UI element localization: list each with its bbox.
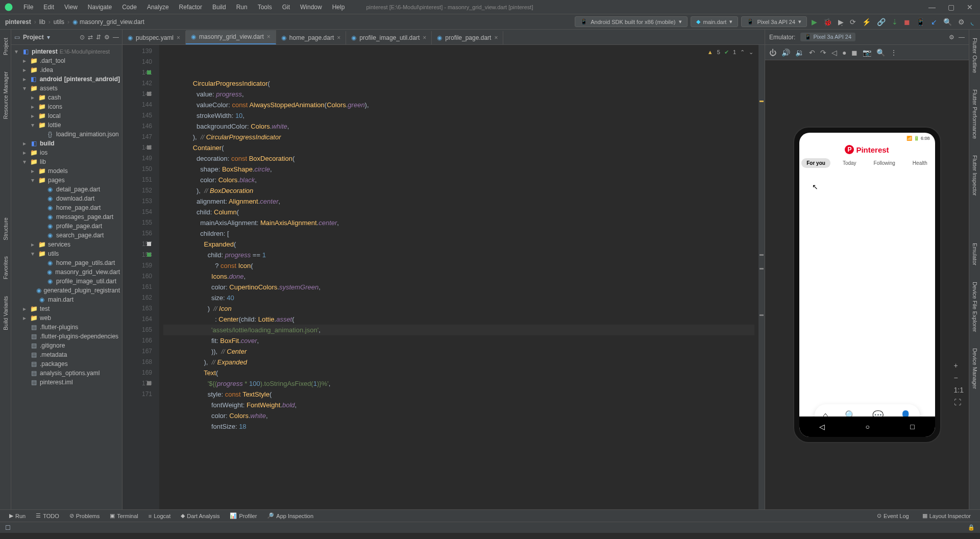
settings-icon[interactable]: ⚙ <box>104 34 110 41</box>
run-tab[interactable]: ▶ Run <box>5 511 30 520</box>
emulator-selector[interactable]: 📱 Pixel 3a API 24 ▾ <box>741 16 807 27</box>
tree-item[interactable]: {}loading_animation.json <box>11 130 122 139</box>
project-tab[interactable]: Project <box>2 35 10 58</box>
tree-item[interactable]: ▤.metadata <box>11 350 122 359</box>
menu-run[interactable]: Run <box>232 3 252 12</box>
tree-item[interactable]: ▤pinterest.iml <box>11 378 122 387</box>
stop-icon[interactable]: ◼ <box>902 16 912 28</box>
project-tree[interactable]: ▾ ◧ pinterest E:\6-Modul\pinterest ▸📁.da… <box>11 45 122 509</box>
home-circle-icon[interactable]: ● <box>842 48 846 57</box>
tab-health[interactable]: Health <box>908 158 933 168</box>
attach-icon[interactable]: 🔗 <box>875 16 887 28</box>
volume-down-icon[interactable]: 🔉 <box>795 48 804 57</box>
menu-navigate[interactable]: Navigate <box>84 3 116 12</box>
event-log-tab[interactable]: ⊙ Event Log <box>873 511 913 520</box>
device-selector[interactable]: 📱 Android SDK built for x86 (mobile) ▾ <box>575 16 687 27</box>
zoom-icon[interactable]: 🔍 <box>876 48 885 57</box>
resource-manager-tab[interactable]: Resource Manager <box>2 68 10 122</box>
tab-today[interactable]: Today <box>838 158 862 168</box>
tree-item[interactable]: ▤analysis_options.yaml <box>11 369 122 378</box>
app-inspection-tab[interactable]: 🔎 App Inspection <box>263 511 317 520</box>
zoom-in-icon[interactable]: + <box>954 361 964 370</box>
flutter-attach-icon[interactable]: ⇣ <box>890 16 899 28</box>
close-tab-icon[interactable]: × <box>423 34 426 41</box>
close-tab-icon[interactable]: × <box>177 34 180 41</box>
more-icon[interactable]: ⋮ <box>890 48 897 57</box>
menu-window[interactable]: Window <box>296 3 326 12</box>
flutter-performance-tab[interactable]: Flutter Performance <box>971 86 979 142</box>
status-icon[interactable]: ☐ <box>5 524 11 531</box>
tree-item[interactable]: ◉search_page.dart <box>11 231 122 240</box>
tree-item[interactable]: ▸◧android [pinterest_android] <box>11 75 122 84</box>
breadcrumb-root[interactable]: pinterest <box>5 18 31 26</box>
overview-icon[interactable]: □ <box>910 423 914 431</box>
tree-item[interactable]: ◉main.dart <box>11 295 122 304</box>
flutter-inspector-icon[interactable]: ◟ <box>969 16 975 28</box>
profile-icon[interactable]: ⟳ <box>848 16 857 28</box>
flutter-inspector-tab[interactable]: Flutter Inspector <box>971 152 979 199</box>
scrollbar-marks[interactable] <box>758 45 765 509</box>
maximize-icon[interactable]: ▢ <box>945 2 958 12</box>
editor-tab[interactable]: ◉profile_page.dart× <box>432 31 503 44</box>
tree-item[interactable]: ◉home_page.dart <box>11 203 122 212</box>
hide-icon[interactable]: — <box>113 34 119 41</box>
settings-icon[interactable]: ⚙ <box>949 34 954 41</box>
tree-item[interactable]: ▾📁lib <box>11 157 122 166</box>
close-tab-icon[interactable]: × <box>337 34 340 41</box>
avd-manager-icon[interactable]: 📱 <box>915 16 926 28</box>
breadcrumb-file[interactable]: masonry_grid_view.dart <box>80 18 144 26</box>
next-highlight-icon[interactable]: ⌄ <box>749 47 753 58</box>
tree-item[interactable]: ◉profile_page.dart <box>11 222 122 231</box>
inspection-indicators[interactable]: ▲5 ✔1 ⌃ ⌄ <box>707 47 753 58</box>
flutter-outline-tab[interactable]: Flutter Outline <box>971 35 979 76</box>
menu-refactor[interactable]: Refactor <box>175 3 206 12</box>
volume-up-icon[interactable]: 🔊 <box>781 48 790 57</box>
close-icon[interactable]: ✕ <box>964 2 976 12</box>
rotate-right-icon[interactable]: ↷ <box>820 48 826 57</box>
phone-screen[interactable]: 📶 🔋 6:08 P Pinterest For you Today Follo… <box>799 133 935 437</box>
emulator-device-select[interactable]: 📱 Pixel 3a API 24 <box>800 33 855 41</box>
git-icon[interactable]: ↙ <box>929 16 939 28</box>
emulator-tab[interactable]: Emulator <box>971 240 979 268</box>
menu-build[interactable]: Build <box>208 3 230 12</box>
tree-item[interactable]: ▸◧build <box>11 139 122 148</box>
menu-help[interactable]: Help <box>328 3 349 12</box>
problems-tab[interactable]: ⊘ Problems <box>65 511 104 520</box>
tree-item[interactable]: ▤.packages <box>11 359 122 369</box>
tree-item[interactable]: ▸📁local <box>11 111 122 120</box>
favorites-tab[interactable]: Favorites <box>2 253 10 282</box>
project-view-icon[interactable]: ▭ <box>14 34 20 41</box>
structure-tab[interactable]: Structure <box>2 214 10 243</box>
menu-file[interactable]: File <box>19 3 37 12</box>
tree-item[interactable]: ▾📁assets <box>11 84 122 93</box>
menu-view[interactable]: View <box>60 3 82 12</box>
collapse-icon[interactable]: ⇵ <box>96 34 101 41</box>
search-icon[interactable]: 🔍 <box>942 16 953 28</box>
fit-icon[interactable]: ⛶ <box>954 398 964 406</box>
tree-item[interactable]: ▸📁.dart_tool <box>11 56 122 65</box>
tree-item[interactable]: ◉messages_page.dart <box>11 212 122 222</box>
device-manager-tab[interactable]: Device Manager <box>971 345 979 392</box>
tree-item[interactable]: ▸📁.idea <box>11 65 122 75</box>
close-tab-icon[interactable]: × <box>267 33 271 40</box>
rotate-left-icon[interactable]: ↶ <box>809 48 815 57</box>
overview-icon[interactable]: ◼ <box>851 48 857 57</box>
home-icon[interactable]: ○ <box>866 423 870 431</box>
menu-edit[interactable]: Edit <box>39 3 58 12</box>
todo-tab[interactable]: ☰ TODO <box>32 511 63 520</box>
gutter[interactable]: 1391401411421431441451461471481491501511… <box>122 45 159 509</box>
tree-item[interactable]: ▾📁lottie <box>11 120 122 130</box>
run-icon[interactable]: ▶ <box>810 16 819 28</box>
zoom-out-icon[interactable]: − <box>954 374 964 382</box>
tree-item[interactable]: ▸📁models <box>11 166 122 176</box>
menu-analyze[interactable]: Analyze <box>143 3 173 12</box>
editor-tab[interactable]: ◉home_page.dart× <box>276 31 346 44</box>
tree-item[interactable]: ▸📁test <box>11 304 122 313</box>
code-editor[interactable]: ▲5 ✔1 ⌃ ⌄ CircularProgressIndicator( val… <box>159 45 758 509</box>
back-icon[interactable]: ◁ <box>819 423 825 431</box>
tree-item[interactable]: ▸📁ios <box>11 148 122 157</box>
dart-analysis-tab[interactable]: ◆ Dart Analysis <box>177 511 224 520</box>
hot-reload-icon[interactable]: ⚡ <box>861 16 872 28</box>
tab-following[interactable]: Following <box>869 158 900 168</box>
back-icon[interactable]: ◁ <box>831 48 837 57</box>
